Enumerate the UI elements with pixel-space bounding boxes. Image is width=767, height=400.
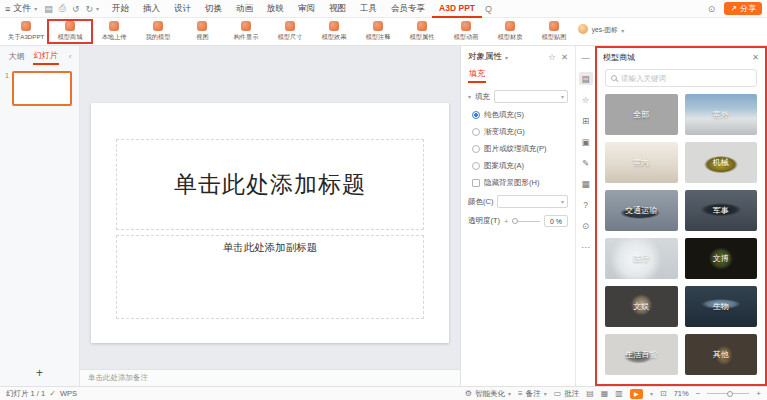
tab-design[interactable]: 设计: [167, 0, 198, 18]
ribbon-button-model-property[interactable]: 模型属性: [400, 20, 444, 43]
spellcheck-icon[interactable]: ✓: [49, 389, 56, 398]
fill-type-select[interactable]: ▾: [494, 90, 568, 103]
pin-icon[interactable]: ☆: [548, 52, 556, 62]
mall-tile-machinery[interactable]: 机械: [685, 142, 758, 183]
mall-tile-museum[interactable]: 文博: [685, 238, 758, 279]
add-slide-button[interactable]: +: [0, 362, 79, 386]
ribbon-button-model-animation[interactable]: 模型动画: [444, 20, 488, 43]
view-sorter-icon[interactable]: ▦: [601, 389, 609, 398]
layout-icon[interactable]: ▦: [579, 177, 593, 190]
tab-home[interactable]: 开始: [105, 0, 136, 18]
zoom-out-button[interactable]: −: [696, 389, 701, 398]
tab-tools[interactable]: 工具: [353, 0, 384, 18]
opacity-slider[interactable]: [512, 221, 540, 222]
star-icon[interactable]: ☆: [579, 93, 593, 106]
ribbon-button-local-upload[interactable]: 本地上传: [92, 20, 136, 43]
ribbon-button-view[interactable]: 视图: [180, 20, 224, 43]
close-icon[interactable]: ✕: [561, 52, 568, 62]
mall-tile-indoor[interactable]: 室内: [605, 142, 678, 183]
redo-icon[interactable]: ↻: [86, 4, 94, 14]
collapse-panel-icon[interactable]: —: [579, 51, 593, 64]
checkbox-icon: [472, 179, 480, 187]
tab-animation[interactable]: 动画: [229, 0, 260, 18]
notes-button[interactable]: ≡ 备注 ▾: [518, 389, 547, 399]
tab-member[interactable]: 会员专享: [384, 0, 432, 18]
tab-review[interactable]: 审阅: [291, 0, 322, 18]
tab-insert[interactable]: 插入: [136, 0, 167, 18]
schedule-icon[interactable]: ⊙: [579, 219, 593, 232]
close-icon[interactable]: ✕: [752, 53, 759, 62]
user-account-dropdown[interactable]: yes-图标 ▾: [576, 20, 626, 37]
share-button[interactable]: ↗ 分享: [724, 2, 762, 15]
mall-tile-all[interactable]: 全部: [605, 94, 678, 135]
save-icon[interactable]: ▤: [44, 4, 53, 14]
beautify-button[interactable]: ⚙ 智能美化 ▾: [465, 389, 511, 399]
comment-button[interactable]: ▭ 批注: [554, 389, 580, 399]
zoom-slider[interactable]: [707, 393, 749, 394]
ribbon-button-model-size[interactable]: 模型尺寸: [268, 20, 312, 43]
tab-view[interactable]: 视图: [322, 0, 353, 18]
subtitle-placeholder[interactable]: 单击此处添加副标题: [116, 235, 424, 319]
option-picture-fill[interactable]: 图片或纹理填充(P): [472, 144, 568, 154]
mall-tile-outdoor[interactable]: 室外: [685, 94, 758, 135]
section-collapse-icon[interactable]: ▾: [468, 93, 471, 100]
notes-label: 备注: [526, 389, 541, 399]
notes-bar[interactable]: 单击此处添加备注: [80, 369, 460, 386]
undo-icon[interactable]: ↺: [72, 4, 80, 14]
slide-thumbnail[interactable]: [12, 71, 72, 106]
slide-canvas[interactable]: 单击此处添加标题 单击此处添加副标题: [91, 103, 449, 343]
ribbon-button-model-material[interactable]: 模型材质: [488, 20, 532, 43]
fit-window-icon[interactable]: ⊡: [660, 389, 667, 398]
help-icon[interactable]: ?: [579, 198, 593, 211]
search-icon[interactable]: Q: [485, 4, 492, 14]
chevron-down-icon[interactable]: ▾: [650, 390, 653, 397]
chevron-down-icon[interactable]: ▾: [505, 54, 508, 61]
mall-tile-medical[interactable]: 医疗: [605, 238, 678, 279]
mall-tile-biology[interactable]: 生物: [685, 286, 758, 327]
content-area: 大纲 幻灯片 ‹ 1 + 单击此处添加标题 单击此处添加副标题 单击此处添加备注…: [0, 46, 767, 386]
properties-panel-icon[interactable]: ▤: [579, 72, 593, 85]
option-gradient-fill[interactable]: 渐变填充(G): [472, 127, 568, 137]
opacity-value-spinner[interactable]: 0 %: [544, 215, 568, 227]
search-input[interactable]: [621, 74, 751, 83]
ribbon-button-model-annotation[interactable]: 模型注释: [356, 20, 400, 43]
collapse-panel-icon[interactable]: ‹: [69, 52, 72, 61]
ribbon-button-my-models[interactable]: 我的模型: [136, 20, 180, 43]
mall-tile-entertainment[interactable]: 文娱: [605, 286, 678, 327]
more-icon[interactable]: ⋯: [579, 240, 593, 253]
tab-transition[interactable]: 切换: [198, 0, 229, 18]
tab-slideshow[interactable]: 放映: [260, 0, 291, 18]
option-hide-background[interactable]: 隐藏背景图形(H): [472, 178, 568, 188]
slider-handle-icon[interactable]: [512, 218, 518, 224]
file-menu[interactable]: ≡ 文件 ▾: [5, 2, 37, 15]
ribbon-button-model-mall[interactable]: 模型商城: [48, 20, 92, 43]
option-pattern-fill[interactable]: 图案填充(A): [472, 161, 568, 171]
title-placeholder[interactable]: 单击此处添加标题: [116, 139, 424, 230]
tab-slides[interactable]: 幻灯片: [33, 48, 59, 65]
chevron-down-icon[interactable]: ▾: [96, 5, 99, 12]
history-icon[interactable]: ⊙: [708, 4, 716, 14]
play-slideshow-button[interactable]: ▶: [630, 389, 643, 399]
view-reading-icon[interactable]: ▥: [615, 389, 623, 398]
tab-outline[interactable]: 大纲: [8, 49, 26, 64]
tab-fill[interactable]: 填充: [468, 65, 486, 83]
tab-a3d-ppt[interactable]: A3D PPT: [432, 0, 482, 18]
ribbon-button-about-a3dppt[interactable]: 关于A3DPPT: [4, 20, 48, 43]
ribbon-button-model-effect[interactable]: 模型效果: [312, 20, 356, 43]
color-select[interactable]: ▾: [497, 195, 568, 208]
option-solid-fill[interactable]: 纯色填充(S): [472, 110, 568, 120]
shapes-icon[interactable]: ⊞: [579, 114, 593, 127]
view-normal-icon[interactable]: ▤: [586, 389, 594, 398]
print-icon[interactable]: ⎙: [59, 3, 66, 14]
ribbon-button-component-display[interactable]: 构件显示: [224, 20, 268, 43]
mall-tile-daily-goods[interactable]: 生活百货: [605, 334, 678, 375]
slider-handle-icon[interactable]: [727, 391, 733, 397]
zoom-in-button[interactable]: +: [756, 389, 761, 398]
mall-tile-transportation[interactable]: 交通运输: [605, 190, 678, 231]
ribbon-button-model-texture[interactable]: 模型贴图: [532, 20, 576, 43]
mall-tile-military[interactable]: 军事: [685, 190, 758, 231]
model-search-box[interactable]: [605, 69, 757, 87]
mall-tile-other[interactable]: 其他: [685, 334, 758, 375]
edit-icon[interactable]: ✎: [579, 156, 593, 169]
picture-icon[interactable]: ▣: [579, 135, 593, 148]
